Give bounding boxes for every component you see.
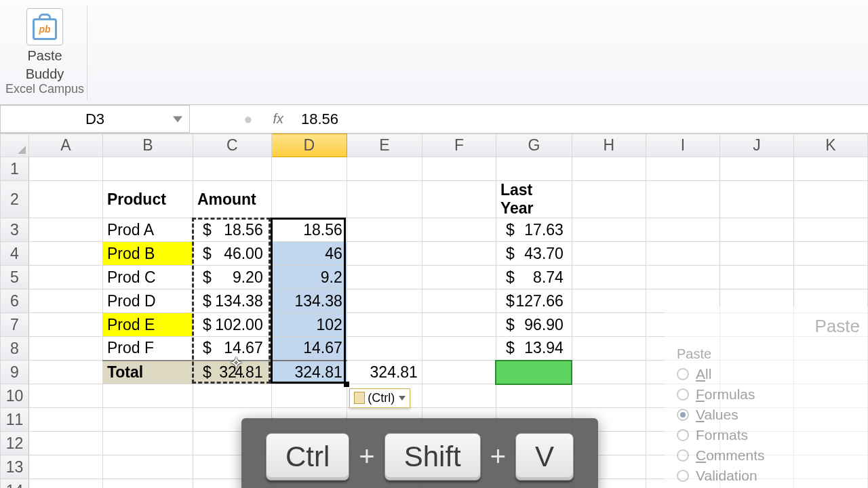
row-header-13[interactable]: 13 (1, 455, 29, 479)
cell-K4[interactable] (793, 242, 867, 266)
cell-E7[interactable] (347, 313, 422, 337)
cell-B4[interactable]: Prod B (102, 242, 193, 266)
cell-F9[interactable] (422, 361, 496, 384)
cell-E9[interactable]: 324.81 (347, 361, 422, 384)
paste-option-validation[interactable]: Validation (677, 468, 865, 484)
row-header-1[interactable]: 1 (1, 157, 29, 181)
cell-G1[interactable] (496, 157, 572, 181)
cell-G2[interactable]: Last Year (496, 181, 572, 218)
cell-I1[interactable] (646, 157, 719, 181)
cell-C2[interactable]: Amount (193, 181, 271, 218)
cell-J3[interactable] (719, 218, 793, 242)
fill-handle[interactable] (344, 382, 349, 387)
row-header-8[interactable]: 8 (1, 337, 29, 361)
cell-C3[interactable]: $18.56 (193, 218, 271, 242)
cell-H9[interactable] (572, 361, 646, 384)
cell-G9[interactable] (496, 361, 572, 384)
cell-A7[interactable] (28, 313, 102, 337)
cell-E3[interactable] (347, 218, 422, 242)
cell-D3[interactable]: 18.56 (271, 218, 347, 242)
cell-G3[interactable]: $17.63 (496, 218, 572, 242)
cell-F10[interactable] (422, 384, 496, 408)
cell-I4[interactable] (646, 242, 719, 266)
cell-D2[interactable] (271, 181, 347, 218)
cell-F7[interactable] (422, 313, 496, 337)
cell-C9[interactable]: $324.81 (193, 361, 271, 384)
col-header-B[interactable]: B (102, 134, 193, 157)
cell-E5[interactable] (347, 266, 422, 289)
fx-icon[interactable]: fx (273, 111, 283, 127)
cell-B11[interactable] (102, 408, 193, 432)
cell-H7[interactable] (572, 313, 646, 337)
cell-H4[interactable] (572, 242, 646, 266)
cell-A10[interactable] (28, 384, 102, 408)
cell-A11[interactable] (28, 408, 102, 432)
cell-F2[interactable] (422, 181, 496, 218)
cell-A3[interactable] (28, 218, 102, 242)
cell-D8[interactable]: 14.67 (271, 337, 347, 361)
cell-I3[interactable] (646, 218, 719, 242)
cell-H8[interactable] (572, 337, 646, 361)
col-header-K[interactable]: K (793, 134, 867, 157)
paste-special-panel[interactable]: Paste Paste AllFormulasValuesFormatsComm… (665, 306, 868, 489)
col-header-G[interactable]: G (496, 134, 572, 157)
cell-H5[interactable] (572, 266, 646, 289)
cell-C6[interactable]: $134.38 (193, 289, 271, 313)
cell-H1[interactable] (572, 157, 646, 181)
paste-option-formulas[interactable]: Formulas (677, 386, 865, 403)
cell-F1[interactable] (422, 157, 496, 181)
cell-A6[interactable] (28, 289, 102, 313)
cell-E8[interactable] (347, 337, 422, 361)
cell-G6[interactable]: $127.66 (496, 289, 572, 313)
cell-H6[interactable] (572, 289, 646, 313)
cell-F5[interactable] (422, 266, 496, 289)
cell-B6[interactable]: Prod D (102, 289, 193, 313)
cell-B12[interactable] (102, 432, 193, 455)
select-all-corner[interactable] (1, 134, 29, 157)
row-header-7[interactable]: 7 (1, 313, 29, 337)
cell-C8[interactable]: $14.67 (193, 337, 271, 361)
row-header-10[interactable]: 10 (1, 384, 29, 408)
cell-B3[interactable]: Prod A (102, 218, 193, 242)
cell-J4[interactable] (719, 242, 793, 266)
cell-B1[interactable] (102, 157, 193, 181)
cell-E4[interactable] (347, 242, 422, 266)
cell-G4[interactable]: $43.70 (496, 242, 572, 266)
cell-A12[interactable] (28, 432, 102, 455)
cell-C5[interactable]: $9.20 (193, 266, 271, 289)
formula-input[interactable]: 18.56 (292, 105, 868, 133)
row-header-3[interactable]: 3 (1, 218, 29, 242)
cell-K3[interactable] (793, 218, 867, 242)
cell-B8[interactable]: Prod F (102, 337, 193, 361)
cell-K1[interactable] (793, 157, 867, 181)
cell-I5[interactable] (646, 266, 719, 289)
cell-A8[interactable] (28, 337, 102, 361)
cell-G5[interactable]: $8.74 (496, 266, 572, 289)
cell-A9[interactable] (28, 361, 102, 384)
cell-G10[interactable] (496, 384, 572, 408)
col-header-D[interactable]: D (271, 134, 347, 157)
cell-C7[interactable]: $102.00 (193, 313, 271, 337)
cell-G7[interactable]: $96.90 (496, 313, 572, 337)
row-header-6[interactable]: 6 (1, 289, 29, 313)
row-header-4[interactable]: 4 (1, 242, 29, 266)
cell-F3[interactable] (422, 218, 496, 242)
cell-E2[interactable] (347, 181, 422, 218)
cell-B10[interactable] (102, 384, 193, 408)
paste-option-formats[interactable]: Formats (677, 427, 865, 443)
cell-B5[interactable]: Prod C (102, 266, 193, 289)
row-header-2[interactable]: 2 (1, 181, 29, 218)
cell-J1[interactable] (719, 157, 793, 181)
cell-D6[interactable]: 134.38 (271, 289, 347, 313)
cell-H2[interactable] (572, 181, 646, 218)
cell-F8[interactable] (422, 337, 496, 361)
cell-B14[interactable] (102, 479, 193, 489)
ribbon-group-paste-buddy[interactable]: pb Paste Buddy Excel Campus (3, 5, 87, 100)
cell-B13[interactable] (102, 455, 193, 479)
cell-E6[interactable] (347, 289, 422, 313)
cell-C10[interactable] (193, 384, 271, 408)
cell-A2[interactable] (28, 181, 102, 218)
cell-E1[interactable] (347, 157, 422, 181)
cell-D7[interactable]: 102 (271, 313, 347, 337)
cell-C1[interactable] (193, 157, 271, 181)
